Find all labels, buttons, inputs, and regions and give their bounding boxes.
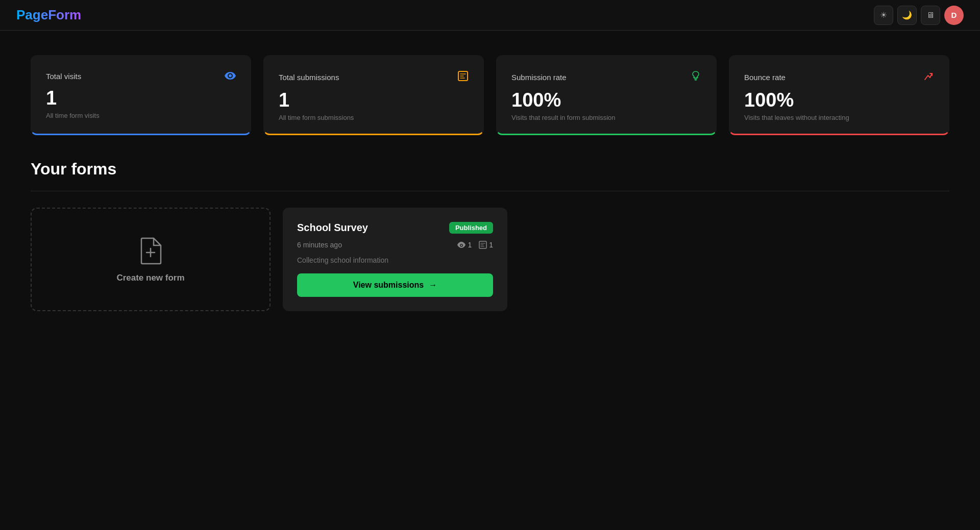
- stat-card-header: Total visits: [46, 70, 236, 82]
- stat-value-visits: 1: [46, 88, 236, 108]
- stat-sublabel-visits: All time form visits: [46, 112, 236, 119]
- dark-mode-button[interactable]: 🌙: [897, 6, 917, 25]
- stat-label-bounce: Bounce rate: [744, 73, 786, 82]
- submission-rate-icon: [690, 70, 701, 84]
- divider: [31, 191, 949, 191]
- visits-icon: [225, 70, 236, 82]
- view-submissions-label: View submissions: [353, 281, 424, 290]
- light-mode-button[interactable]: ☀: [874, 6, 893, 25]
- form-card-school-survey: School Survey Published 6 minutes ago 1: [283, 208, 507, 311]
- create-form-label: Create new form: [116, 273, 184, 283]
- form-visits-icon: [457, 241, 465, 248]
- stat-card-total-visits: Total visits 1 All time form visits: [31, 55, 251, 135]
- stat-label-submissions: Total submissions: [279, 73, 339, 82]
- stat-card-header-submissions: Total submissions: [279, 70, 469, 84]
- form-card-header: School Survey Published: [297, 222, 493, 234]
- main-content: Total visits 1 All time form visits Tota…: [0, 31, 980, 336]
- stat-card-header-rate: Submission rate: [511, 70, 701, 84]
- stat-label-rate: Submission rate: [511, 73, 567, 82]
- form-stats: 1 1: [457, 241, 493, 249]
- stat-card-bounce-rate: Bounce rate 100% Visits that leaves with…: [729, 55, 949, 135]
- stat-value-bounce: 100%: [744, 90, 934, 110]
- stat-value-submissions: 1: [279, 90, 469, 110]
- submissions-icon: [457, 70, 469, 84]
- avatar-letter: D: [951, 11, 957, 19]
- monitor-icon: 🖥: [926, 11, 935, 20]
- published-badge: Published: [449, 222, 493, 234]
- stat-sublabel-submissions: All time form submissions: [279, 114, 469, 121]
- stat-label-visits: Total visits: [46, 72, 81, 81]
- user-avatar-button[interactable]: D: [944, 6, 964, 25]
- view-submissions-arrow: →: [429, 281, 437, 290]
- form-visits-count: 1: [468, 241, 472, 249]
- form-submissions-icon: [479, 241, 487, 249]
- form-name: School Survey: [297, 222, 368, 234]
- sun-icon: ☀: [880, 10, 887, 20]
- stat-card-total-submissions: Total submissions 1 All time form submis…: [263, 55, 484, 135]
- monitor-button[interactable]: 🖥: [921, 6, 940, 25]
- stat-sublabel-rate: Visits that result in form submission: [511, 114, 701, 121]
- moon-icon: 🌙: [902, 10, 912, 20]
- header-controls: ☀ 🌙 🖥 D: [874, 6, 964, 25]
- app-logo: PageForm: [16, 7, 81, 23]
- create-form-card[interactable]: Create new form: [31, 208, 271, 311]
- form-submissions-stat: 1: [479, 241, 493, 249]
- view-submissions-button[interactable]: View submissions →: [297, 273, 493, 297]
- stats-grid: Total visits 1 All time form visits Tota…: [31, 55, 949, 135]
- form-submissions-count: 1: [489, 241, 493, 249]
- stat-card-submission-rate: Submission rate 100% Visits that result …: [496, 55, 717, 135]
- section-title: Your forms: [31, 160, 949, 179]
- form-meta-row: 6 minutes ago 1 1: [297, 241, 493, 249]
- create-form-icon: [138, 236, 163, 265]
- bounce-rate-icon: [923, 70, 934, 84]
- stat-card-header-bounce: Bounce rate: [744, 70, 934, 84]
- stat-value-rate: 100%: [511, 90, 701, 110]
- stat-sublabel-bounce: Visits that leaves without interacting: [744, 114, 934, 121]
- form-visits-stat: 1: [457, 241, 472, 249]
- header: PageForm ☀ 🌙 🖥 D: [0, 0, 980, 31]
- form-description: Collecting school information: [297, 256, 493, 264]
- forms-grid: Create new form School Survey Published …: [31, 208, 949, 311]
- form-time-ago: 6 minutes ago: [297, 241, 342, 249]
